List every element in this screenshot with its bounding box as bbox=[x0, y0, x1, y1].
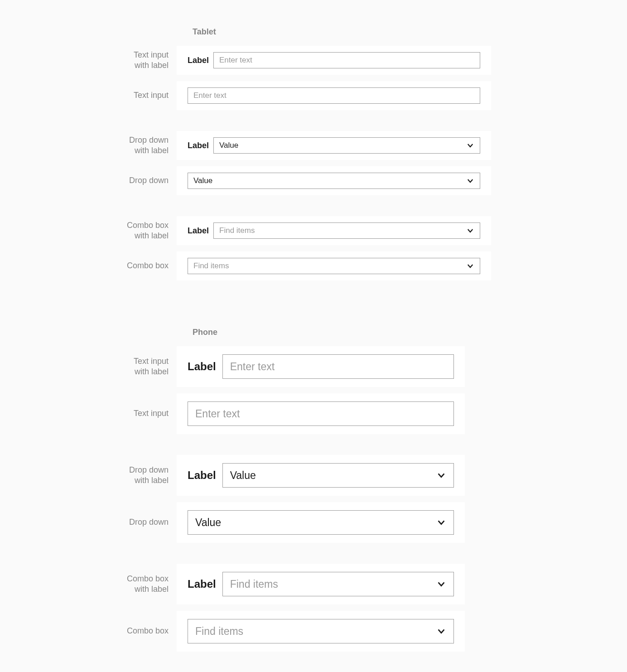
dropdown-value: Value bbox=[193, 176, 463, 185]
desc-line-2: with label bbox=[0, 145, 169, 156]
card: Label Value bbox=[177, 131, 491, 160]
placeholder-text: Find items bbox=[230, 578, 433, 590]
row-desc: Combo box bbox=[0, 261, 177, 271]
row-phone-combobox-with-label: Combo box with label Label Find items bbox=[0, 564, 627, 604]
card: Label Find items bbox=[177, 564, 465, 604]
chevron-down-icon bbox=[436, 626, 446, 636]
row-tablet-combobox-with-label: Combo box with label Label Find items bbox=[0, 216, 627, 245]
row-phone-dropdown-with-label: Drop down with label Label Value bbox=[0, 455, 627, 496]
card: Find items bbox=[177, 251, 491, 280]
desc-line-2: with label bbox=[0, 60, 169, 71]
desc-line-1: Combo box bbox=[0, 574, 169, 584]
row-phone-combobox: Combo box Find items bbox=[0, 611, 627, 652]
desc-line-2: with label bbox=[0, 475, 169, 486]
row-tablet-text-input-with-label: Text input with label Label Enter text bbox=[0, 46, 627, 75]
section-title-phone: Phone bbox=[193, 328, 627, 337]
dropdown[interactable]: Value bbox=[213, 137, 480, 154]
placeholder-text: Enter text bbox=[193, 91, 474, 100]
row-desc: Text input bbox=[0, 90, 177, 101]
row-tablet-combobox: Combo box Find items bbox=[0, 251, 627, 280]
row-phone-text-input: Text input Enter text bbox=[0, 393, 627, 434]
desc-line-2: with label bbox=[0, 584, 169, 595]
placeholder-text: Enter text bbox=[195, 408, 446, 420]
row-desc: Text input with label bbox=[0, 356, 177, 377]
text-input[interactable]: Enter text bbox=[222, 354, 454, 379]
card: Label Enter text bbox=[177, 346, 465, 387]
combobox[interactable]: Find items bbox=[188, 619, 454, 643]
chevron-down-icon bbox=[466, 227, 474, 235]
text-input[interactable]: Enter text bbox=[213, 52, 480, 68]
placeholder-text: Enter text bbox=[219, 56, 474, 65]
desc-line-2: with label bbox=[0, 231, 169, 241]
row-phone-dropdown: Drop down Value bbox=[0, 502, 627, 543]
combobox[interactable]: Find items bbox=[222, 572, 454, 596]
field-label: Label bbox=[188, 141, 209, 150]
combobox[interactable]: Find items bbox=[213, 222, 480, 239]
desc-line-1: Drop down bbox=[0, 465, 169, 475]
chevron-down-icon bbox=[436, 517, 446, 527]
row-desc: Combo box with label bbox=[0, 220, 177, 242]
row-tablet-text-input: Text input Enter text bbox=[0, 81, 627, 110]
dropdown[interactable]: Value bbox=[188, 510, 454, 535]
desc-line-1: Text input bbox=[0, 356, 169, 367]
desc-line-1: Combo box bbox=[0, 261, 169, 271]
field-label: Label bbox=[188, 226, 209, 236]
row-desc: Combo box bbox=[0, 626, 177, 636]
desc-line-1: Text input bbox=[0, 50, 169, 60]
row-desc: Combo box with label bbox=[0, 574, 177, 595]
row-desc: Drop down with label bbox=[0, 465, 177, 486]
text-input[interactable]: Enter text bbox=[188, 401, 454, 426]
card: Label Enter text bbox=[177, 46, 491, 75]
dropdown[interactable]: Value bbox=[222, 463, 454, 488]
row-desc: Drop down bbox=[0, 175, 177, 186]
card: Enter text bbox=[177, 393, 465, 434]
card: Value bbox=[177, 502, 465, 543]
row-tablet-dropdown-with-label: Drop down with label Label Value bbox=[0, 131, 627, 160]
combobox[interactable]: Find items bbox=[188, 258, 480, 274]
chevron-down-icon bbox=[436, 579, 446, 589]
card: Value bbox=[177, 166, 491, 195]
dropdown-value: Value bbox=[195, 517, 433, 529]
desc-line-1: Drop down bbox=[0, 175, 169, 186]
desc-line-1: Combo box bbox=[0, 626, 169, 636]
dropdown-value: Value bbox=[230, 469, 433, 482]
field-label: Label bbox=[188, 469, 216, 482]
section-title-tablet: Tablet bbox=[193, 27, 627, 37]
field-label: Label bbox=[188, 360, 216, 373]
field-label: Label bbox=[188, 56, 209, 65]
chevron-down-icon bbox=[436, 470, 446, 480]
row-phone-text-input-with-label: Text input with label Label Enter text bbox=[0, 346, 627, 387]
row-tablet-dropdown: Drop down Value bbox=[0, 166, 627, 195]
card: Enter text bbox=[177, 81, 491, 110]
chevron-down-icon bbox=[466, 141, 474, 150]
field-label: Label bbox=[188, 578, 216, 590]
placeholder-text: Find items bbox=[219, 226, 463, 235]
desc-line-1: Drop down bbox=[0, 135, 169, 145]
card: Label Find items bbox=[177, 216, 491, 245]
desc-line-1: Text input bbox=[0, 90, 169, 101]
desc-line-2: with label bbox=[0, 367, 169, 377]
row-desc: Text input bbox=[0, 408, 177, 419]
placeholder-text: Enter text bbox=[230, 361, 446, 373]
text-input[interactable]: Enter text bbox=[188, 87, 480, 104]
desc-line-1: Combo box bbox=[0, 220, 169, 231]
placeholder-text: Find items bbox=[193, 261, 463, 271]
chevron-down-icon bbox=[466, 177, 474, 185]
desc-line-1: Drop down bbox=[0, 517, 169, 527]
row-desc: Text input with label bbox=[0, 50, 177, 71]
chevron-down-icon bbox=[466, 262, 474, 270]
card: Find items bbox=[177, 611, 465, 652]
row-desc: Drop down with label bbox=[0, 135, 177, 156]
dropdown-value: Value bbox=[219, 141, 463, 150]
row-desc: Drop down bbox=[0, 517, 177, 527]
card: Label Value bbox=[177, 455, 465, 496]
placeholder-text: Find items bbox=[195, 625, 433, 638]
desc-line-1: Text input bbox=[0, 408, 169, 419]
dropdown[interactable]: Value bbox=[188, 173, 480, 189]
